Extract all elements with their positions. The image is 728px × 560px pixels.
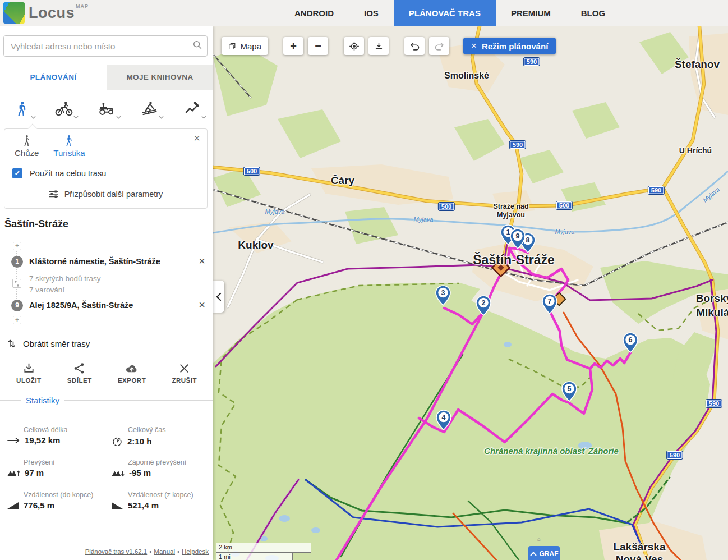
reverse-route-button[interactable]: Obrátit směr trasy (7, 338, 90, 349)
waypoint-row-end[interactable]: 9 Alej 1825/9A, Šaštín-Stráže × (0, 300, 213, 315)
sidebar-collapse-button[interactable] (213, 281, 224, 313)
road-shield-500: 500 (438, 202, 455, 211)
add-waypoint-before-button[interactable]: + (13, 242, 21, 250)
chevron-down-icon (201, 111, 206, 121)
activity-selector (0, 90, 213, 127)
svg-text:4: 4 (442, 414, 446, 421)
advanced-parameters-link[interactable]: Přizpůsobit další parametry (4, 190, 207, 199)
route-title: Šaštín-Stráže (4, 218, 68, 230)
svg-text:6: 6 (629, 336, 633, 344)
top-header: Locus MAP ANDROID IOS PLÁNOVAČ TRAS PREM… (0, 0, 728, 26)
apply-whole-route[interactable]: ✓ Použít na celou trasu (12, 168, 106, 178)
timer-icon (111, 435, 123, 447)
map-label: Chránená krajinná oblasť Záhorie (484, 446, 619, 456)
svg-text:9: 9 (516, 232, 520, 240)
sidebar-tabs: PLÁNOVÁNÍ MOJE KNIHOVNA (0, 65, 213, 90)
route-marker-7[interactable]: 7 (542, 293, 557, 316)
tab-planning[interactable]: PLÁNOVÁNÍ (0, 65, 107, 90)
locus-logo[interactable]: Locus MAP (3, 2, 89, 24)
add-waypoint-after-button[interactable]: + (13, 316, 21, 324)
locus-route-planner: Locus MAP ANDROID IOS PLÁNOVAČ TRAS PREM… (0, 0, 728, 560)
nav-route-planner[interactable]: PLÁNOVAČ TRAS (394, 0, 496, 26)
activity-cycling[interactable] (48, 94, 80, 123)
expand-hidden-points-button[interactable] (12, 279, 21, 288)
search-icon[interactable] (188, 40, 207, 52)
share-icon (73, 362, 86, 375)
save-icon (22, 362, 35, 375)
planning-mode-button[interactable]: × Režim plánování (463, 38, 556, 54)
route-marker-2[interactable]: 2 (476, 295, 491, 318)
activity-hiking[interactable] (6, 94, 37, 123)
close-icon[interactable]: × (193, 132, 200, 144)
road-shield-590: 590 (706, 399, 722, 408)
road-shield-590: 590 (648, 186, 665, 195)
map-canvas[interactable] (213, 26, 728, 560)
logo-sup: MAP (76, 2, 89, 10)
download-map-button[interactable] (368, 37, 389, 55)
chevron-down-icon (159, 111, 164, 121)
version-link[interactable]: Plánovač tras v1.62.1 (85, 548, 148, 555)
sidebar-footer: Plánovač tras v1.62.1•Manual•Helpdesk (85, 548, 209, 555)
download-icon (374, 42, 384, 51)
stat-downhill-distance: Vzdálenost (z kopce) 521,4 m (111, 491, 212, 510)
map-label: Šaštín-Stráže (473, 253, 555, 268)
share-button[interactable]: SDÍLET (67, 362, 92, 384)
zoom-out-button[interactable]: − (308, 37, 328, 55)
road-shield-500: 500 (556, 201, 573, 210)
redo-button[interactable] (429, 37, 449, 55)
tab-my-library[interactable]: MOJE KNIHOVNA (107, 65, 213, 90)
map-label: Kuklov (238, 239, 273, 251)
locate-button[interactable] (344, 37, 364, 55)
search-input[interactable] (4, 42, 188, 51)
route-marker-6[interactable]: 6 (623, 332, 638, 355)
stat-total-time: Celkový čas 2:10 h (111, 426, 212, 447)
map-label: Myjava (414, 216, 434, 223)
sidebar: PLÁNOVÁNÍ MOJE KNIHOVNA (0, 26, 213, 560)
undo-button[interactable] (404, 37, 425, 55)
map-label: Stráže nad (493, 203, 528, 210)
route-marker-5[interactable]: 5 (561, 381, 577, 404)
uphill-icon (7, 501, 19, 509)
remove-waypoint-icon[interactable]: × (199, 299, 205, 311)
nav-blog[interactable]: BLOG (566, 0, 620, 26)
nav-ios[interactable]: IOS (349, 0, 394, 26)
undo-icon (409, 42, 420, 51)
map-label: Štefanov (675, 58, 720, 71)
helpdesk-link[interactable]: Helpdesk (182, 548, 209, 555)
export-button[interactable]: EXPORT (118, 362, 146, 384)
graph-label: GRAF (540, 550, 559, 558)
map-label: Myjava (555, 228, 575, 235)
waypoint-row-start[interactable]: 1 Kláštorné námestie, Šaštín-Stráže × (0, 256, 213, 272)
profile-walk[interactable]: Chůze (15, 135, 39, 158)
remove-waypoint-icon[interactable]: × (199, 255, 205, 268)
activity-vehicle[interactable] (91, 94, 122, 123)
route-marker-9[interactable]: 9 (510, 228, 526, 251)
tune-icon (49, 190, 59, 199)
svg-text:8: 8 (526, 236, 530, 244)
map-area[interactable]: SmolinskéŠtefanovČáryU HríchúStráže nadM… (213, 26, 728, 560)
apply-whole-route-label: Použít na celou trasu (30, 169, 106, 178)
route-marker-3[interactable]: 3 (435, 285, 451, 308)
zoom-in-button[interactable]: + (283, 37, 303, 55)
hidden-points-count: 7 skrytých bodů trasy (29, 273, 101, 284)
stat-uphill-distance: Vzdálenost (do kopce) 776,5 m (7, 491, 108, 510)
cancel-button[interactable]: ZRUŠIT (172, 362, 197, 384)
ascent-icon (7, 469, 20, 478)
checkbox-checked-icon[interactable]: ✓ (12, 168, 22, 178)
profile-hiking[interactable]: Turistika (53, 135, 85, 158)
main-nav: ANDROID IOS PLÁNOVAČ TRAS PREMIUM BLOG (279, 0, 620, 26)
planning-mode-label: Režim plánování (482, 42, 548, 51)
activity-manual-draw[interactable] (176, 94, 208, 123)
graph-toggle-button[interactable]: GRAF (528, 546, 560, 560)
save-button[interactable]: ULOŽIT (16, 362, 42, 384)
redo-icon (434, 42, 445, 51)
manual-link[interactable]: Manual (154, 548, 175, 555)
activity-skiing[interactable] (133, 94, 165, 123)
nav-premium[interactable]: PREMIUM (496, 0, 566, 26)
descent-icon (111, 469, 125, 478)
nav-android[interactable]: ANDROID (279, 0, 349, 26)
route-marker-4[interactable]: 4 (436, 410, 451, 433)
map-label: Myjava (265, 208, 285, 215)
map-label: Lakšárska (614, 541, 666, 553)
map-layers-button[interactable]: Mapa (222, 37, 268, 55)
